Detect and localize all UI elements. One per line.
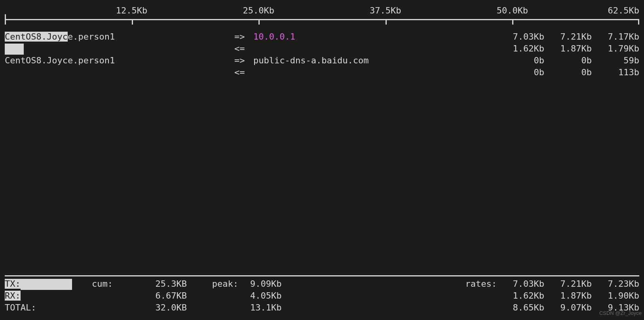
total-label: TOTAL: [5,302,92,314]
tx-cum: 25.3KB [135,278,187,290]
connection-row: <= 0b 0b 113b [5,67,639,78]
scale-tick [5,14,6,25]
scale-tick [386,19,387,25]
watermark: CSDN @Zr_Joyce [599,307,642,319]
scale-tick [638,19,639,25]
rx-r40s: 1.90Kb [592,290,639,302]
local-host-highlight: CentOS8.Joyc [5,32,68,42]
tx-peak: 9.09Kb [238,278,298,290]
scale-tick [512,19,513,25]
bandwidth-scale: 12.5Kb 25.0Kb 37.5Kb 50.0Kb 62.5Kb [5,5,639,25]
rate-40s: 7.17Kb [592,31,639,43]
rate-2s: 1.62Kb [497,43,544,55]
footer-row-tx: TX: cum: 25.3KB peak: 9.09Kb rates: 7.03… [5,278,639,290]
rx-r10s: 1.87Kb [544,290,592,302]
scale-tick [258,19,260,25]
peak-label: peak: [187,278,238,290]
iftop-screen: 12.5Kb 25.0Kb 37.5Kb 50.0Kb 62.5Kb CentO… [5,5,639,315]
rate-10s: 1.87Kb [544,43,592,55]
footer-totals: TX: cum: 25.3KB peak: 9.09Kb rates: 7.03… [5,278,639,314]
tx-r2s: 7.03Kb [497,278,544,290]
rx-r2s: 1.62Kb [497,290,544,302]
footer-row-rx: RX: 6.67KB 4.05Kb 1.62Kb 1.87Kb 1.90Kb [5,290,639,302]
rate-40s: 59b [592,55,639,67]
footer-row-total: TOTAL: 32.0KB 13.1Kb 8.65Kb 9.07Kb 9.13K… [5,302,639,314]
rate-40s: 113b [592,67,639,78]
rate-2s: 7.03Kb [497,31,544,43]
total-r2s: 8.65Kb [497,302,544,314]
rx-label: RX: [5,290,92,302]
scale-label: 25.0Kb [243,5,274,17]
total-cum: 32.0KB [135,302,187,314]
arrow-icon: <= [234,43,253,55]
scale-baseline [5,19,639,20]
total-peak: 13.1Kb [238,302,298,314]
scale-label: 12.5Kb [116,5,147,17]
tx-label: TX: [5,278,92,290]
total-r10s: 9.07Kb [544,302,592,314]
rate-2s: 0b [497,55,544,67]
scale-label: 37.5Kb [370,5,401,17]
rate-10s: 7.21Kb [544,31,592,43]
footer-divider [5,275,639,276]
arrow-icon: <= [234,67,253,78]
tx-bar [21,279,72,290]
tx-r40s: 7.23Kb [592,278,639,290]
cum-label: cum: [92,278,135,290]
connection-row: <= 1.62Kb 1.87Kb 1.79Kb [5,43,639,55]
rate-40s: 1.79Kb [592,43,639,55]
connection-list: CentOS8.Joyce.person1 => 10.0.0.1 7.03Kb… [5,31,639,78]
local-host: CentOS8.Joyce.person1 [5,55,234,67]
rate-10s: 0b [544,55,592,67]
tx-r10s: 7.21Kb [544,278,592,290]
arrow-icon: => [234,31,253,43]
rx-bar [5,44,24,55]
local-host: CentOS8.Joyce.person1 [5,31,234,43]
connection-row: CentOS8.Joyce.person1 => 10.0.0.1 7.03Kb… [5,31,639,43]
local-host-blank [5,43,234,55]
remote-host: 10.0.0.1 [253,31,497,43]
rate-10s: 0b [544,67,592,78]
scale-label: 62.5Kb [608,5,639,17]
scale-label: 50.0Kb [497,5,528,17]
rate-2s: 0b [497,67,544,78]
rates-label: rates: [453,278,497,290]
remote-host: public-dns-a.baidu.com [253,55,497,67]
arrow-icon: => [234,55,253,67]
scale-tick [132,19,133,25]
connection-row: CentOS8.Joyce.person1 => public-dns-a.ba… [5,55,639,67]
rx-peak: 4.05Kb [238,290,298,302]
rx-cum: 6.67KB [135,290,187,302]
